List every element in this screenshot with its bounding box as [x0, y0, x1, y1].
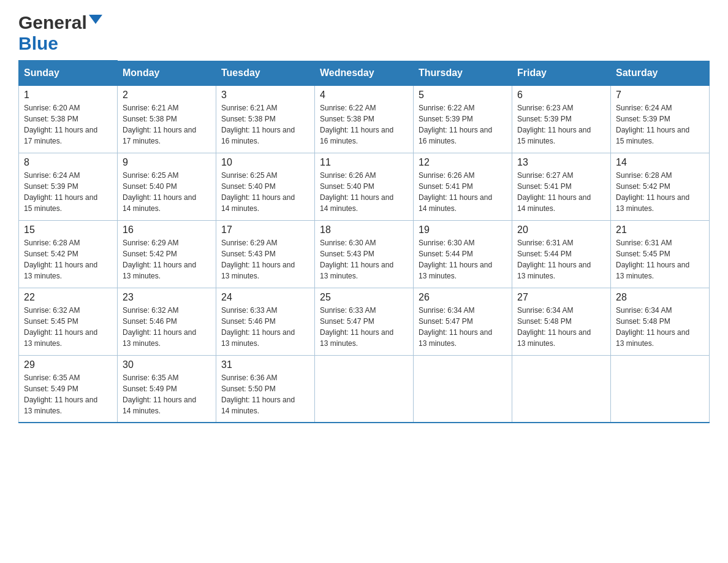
day-info: Sunrise: 6:30 AM Sunset: 5:44 PM Dayligh…: [419, 237, 507, 282]
day-number: 20: [517, 224, 605, 236]
day-number: 15: [24, 224, 112, 236]
calendar-cell: 15 Sunrise: 6:28 AM Sunset: 5:42 PM Dayl…: [19, 220, 118, 288]
day-number: 17: [221, 224, 309, 236]
day-info: Sunrise: 6:21 AM Sunset: 5:38 PM Dayligh…: [123, 102, 211, 147]
col-header-tuesday: Tuesday: [216, 61, 315, 85]
day-number: 3: [221, 90, 309, 101]
day-info: Sunrise: 6:22 AM Sunset: 5:39 PM Dayligh…: [419, 102, 507, 147]
day-number: 13: [517, 157, 605, 168]
day-info: Sunrise: 6:26 AM Sunset: 5:40 PM Dayligh…: [320, 170, 408, 214]
day-info: Sunrise: 6:36 AM Sunset: 5:50 PM Dayligh…: [221, 372, 309, 416]
day-info: Sunrise: 6:33 AM Sunset: 5:47 PM Dayligh…: [320, 305, 408, 349]
day-number: 5: [419, 90, 507, 101]
day-number: 25: [320, 292, 408, 303]
calendar-cell: 17 Sunrise: 6:29 AM Sunset: 5:43 PM Dayl…: [216, 220, 315, 288]
page-header: General Blue: [18, 12, 710, 54]
calendar-cell: 26 Sunrise: 6:34 AM Sunset: 5:47 PM Dayl…: [414, 288, 512, 355]
day-info: Sunrise: 6:32 AM Sunset: 5:45 PM Dayligh…: [24, 305, 112, 349]
day-info: Sunrise: 6:31 AM Sunset: 5:45 PM Dayligh…: [616, 237, 704, 282]
day-number: 30: [123, 359, 211, 370]
day-info: Sunrise: 6:34 AM Sunset: 5:48 PM Dayligh…: [616, 305, 704, 349]
day-number: 6: [517, 90, 605, 101]
calendar-cell: 18 Sunrise: 6:30 AM Sunset: 5:43 PM Dayl…: [315, 220, 414, 288]
col-header-friday: Friday: [512, 61, 611, 85]
day-number: 4: [320, 90, 408, 101]
day-number: 16: [123, 224, 211, 236]
day-info: Sunrise: 6:32 AM Sunset: 5:46 PM Dayligh…: [123, 305, 211, 349]
calendar-cell: 22 Sunrise: 6:32 AM Sunset: 5:45 PM Dayl…: [19, 288, 118, 355]
calendar-week-row: 1 Sunrise: 6:20 AM Sunset: 5:38 PM Dayli…: [19, 85, 710, 153]
calendar-header-row: SundayMondayTuesdayWednesdayThursdayFrid…: [19, 61, 710, 85]
day-info: Sunrise: 6:29 AM Sunset: 5:42 PM Dayligh…: [123, 237, 211, 282]
day-info: Sunrise: 6:24 AM Sunset: 5:39 PM Dayligh…: [616, 102, 704, 147]
calendar-cell: 3 Sunrise: 6:21 AM Sunset: 5:38 PM Dayli…: [216, 85, 315, 153]
day-number: 31: [221, 359, 309, 370]
day-number: 27: [517, 292, 605, 303]
logo: General Blue: [18, 12, 102, 54]
day-number: 7: [616, 90, 704, 101]
calendar-cell: 5 Sunrise: 6:22 AM Sunset: 5:39 PM Dayli…: [414, 85, 512, 153]
calendar-cell: 7 Sunrise: 6:24 AM Sunset: 5:39 PM Dayli…: [611, 85, 710, 153]
day-number: 26: [419, 292, 507, 303]
day-info: Sunrise: 6:27 AM Sunset: 5:41 PM Dayligh…: [517, 170, 605, 214]
day-number: 28: [616, 292, 704, 303]
calendar-cell: 19 Sunrise: 6:30 AM Sunset: 5:44 PM Dayl…: [414, 220, 512, 288]
day-info: Sunrise: 6:28 AM Sunset: 5:42 PM Dayligh…: [616, 170, 704, 214]
col-header-wednesday: Wednesday: [315, 61, 414, 85]
day-number: 24: [221, 292, 309, 303]
day-number: 29: [24, 359, 112, 370]
day-info: Sunrise: 6:30 AM Sunset: 5:43 PM Dayligh…: [320, 237, 408, 282]
day-info: Sunrise: 6:34 AM Sunset: 5:48 PM Dayligh…: [517, 305, 605, 349]
logo-blue-text: Blue: [18, 33, 58, 54]
day-number: 9: [123, 157, 211, 168]
day-number: 12: [419, 157, 507, 168]
day-number: 10: [221, 157, 309, 168]
calendar-cell: 24 Sunrise: 6:33 AM Sunset: 5:46 PM Dayl…: [216, 288, 315, 355]
calendar-week-row: 8 Sunrise: 6:24 AM Sunset: 5:39 PM Dayli…: [19, 153, 710, 220]
day-info: Sunrise: 6:23 AM Sunset: 5:39 PM Dayligh…: [517, 102, 605, 147]
day-number: 1: [24, 90, 112, 101]
day-info: Sunrise: 6:20 AM Sunset: 5:38 PM Dayligh…: [24, 102, 112, 147]
calendar-cell: 11 Sunrise: 6:26 AM Sunset: 5:40 PM Dayl…: [315, 153, 414, 220]
calendar-cell: 12 Sunrise: 6:26 AM Sunset: 5:41 PM Dayl…: [414, 153, 512, 220]
calendar-week-row: 29 Sunrise: 6:35 AM Sunset: 5:49 PM Dayl…: [19, 355, 710, 423]
col-header-monday: Monday: [118, 61, 216, 85]
calendar-cell: 31 Sunrise: 6:36 AM Sunset: 5:50 PM Dayl…: [216, 355, 315, 423]
col-header-sunday: Sunday: [19, 61, 118, 85]
day-number: 21: [616, 224, 704, 236]
calendar-cell: 30 Sunrise: 6:35 AM Sunset: 5:49 PM Dayl…: [118, 355, 216, 423]
day-number: 19: [419, 224, 507, 236]
calendar-cell: 16 Sunrise: 6:29 AM Sunset: 5:42 PM Dayl…: [118, 220, 216, 288]
calendar-cell: 20 Sunrise: 6:31 AM Sunset: 5:44 PM Dayl…: [512, 220, 611, 288]
calendar-week-row: 15 Sunrise: 6:28 AM Sunset: 5:42 PM Dayl…: [19, 220, 710, 288]
calendar-cell: [512, 355, 611, 423]
day-info: Sunrise: 6:29 AM Sunset: 5:43 PM Dayligh…: [221, 237, 309, 282]
day-info: Sunrise: 6:28 AM Sunset: 5:42 PM Dayligh…: [24, 237, 112, 282]
calendar-cell: 28 Sunrise: 6:34 AM Sunset: 5:48 PM Dayl…: [611, 288, 710, 355]
day-info: Sunrise: 6:34 AM Sunset: 5:47 PM Dayligh…: [419, 305, 507, 349]
calendar-cell: 9 Sunrise: 6:25 AM Sunset: 5:40 PM Dayli…: [118, 153, 216, 220]
calendar-cell: [414, 355, 512, 423]
day-info: Sunrise: 6:33 AM Sunset: 5:46 PM Dayligh…: [221, 305, 309, 349]
calendar-cell: 6 Sunrise: 6:23 AM Sunset: 5:39 PM Dayli…: [512, 85, 611, 153]
calendar-cell: [611, 355, 710, 423]
logo-triangle-icon: [89, 15, 102, 24]
calendar-cell: 4 Sunrise: 6:22 AM Sunset: 5:38 PM Dayli…: [315, 85, 414, 153]
day-info: Sunrise: 6:22 AM Sunset: 5:38 PM Dayligh…: [320, 102, 408, 147]
calendar-cell: 21 Sunrise: 6:31 AM Sunset: 5:45 PM Dayl…: [611, 220, 710, 288]
day-info: Sunrise: 6:21 AM Sunset: 5:38 PM Dayligh…: [221, 102, 309, 147]
day-number: 22: [24, 292, 112, 303]
calendar-cell: [315, 355, 414, 423]
day-info: Sunrise: 6:35 AM Sunset: 5:49 PM Dayligh…: [24, 372, 112, 416]
calendar-week-row: 22 Sunrise: 6:32 AM Sunset: 5:45 PM Dayl…: [19, 288, 710, 355]
day-info: Sunrise: 6:25 AM Sunset: 5:40 PM Dayligh…: [123, 170, 211, 214]
calendar-cell: 8 Sunrise: 6:24 AM Sunset: 5:39 PM Dayli…: [19, 153, 118, 220]
calendar-cell: 14 Sunrise: 6:28 AM Sunset: 5:42 PM Dayl…: [611, 153, 710, 220]
day-number: 11: [320, 157, 408, 168]
calendar-cell: 23 Sunrise: 6:32 AM Sunset: 5:46 PM Dayl…: [118, 288, 216, 355]
col-header-saturday: Saturday: [611, 61, 710, 85]
calendar-cell: 2 Sunrise: 6:21 AM Sunset: 5:38 PM Dayli…: [118, 85, 216, 153]
calendar-cell: 27 Sunrise: 6:34 AM Sunset: 5:48 PM Dayl…: [512, 288, 611, 355]
day-info: Sunrise: 6:26 AM Sunset: 5:41 PM Dayligh…: [419, 170, 507, 214]
col-header-thursday: Thursday: [414, 61, 512, 85]
